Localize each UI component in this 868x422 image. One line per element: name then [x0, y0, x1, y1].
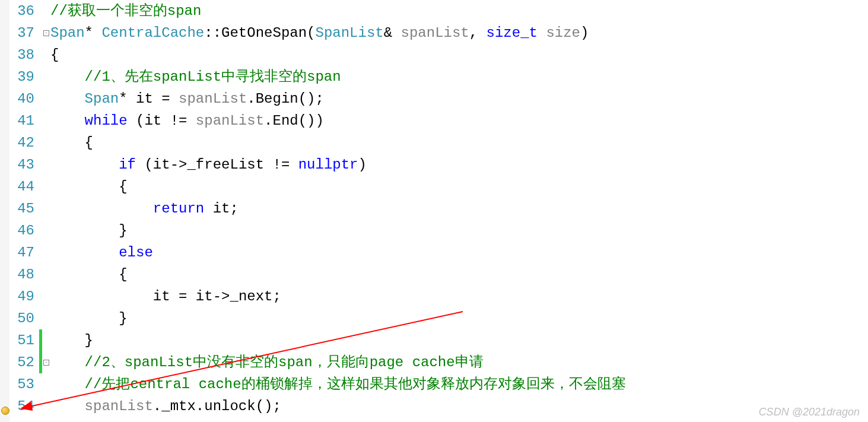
code-line[interactable]: }: [50, 329, 868, 351]
fold-column[interactable]: --: [42, 0, 50, 422]
code-area[interactable]: //获取一个非空的spanSpan* CentralCache::GetOneS…: [50, 0, 868, 422]
line-number: 44: [9, 176, 34, 198]
fold-cell: [42, 307, 50, 329]
code-line[interactable]: //1、先在spanList中寻找非空的span: [50, 66, 868, 88]
code-line[interactable]: it = it->_next;: [50, 285, 868, 307]
code-line[interactable]: {: [50, 132, 868, 154]
fold-cell[interactable]: -: [42, 351, 50, 373]
code-line[interactable]: else: [50, 242, 868, 264]
line-number: 52: [9, 351, 34, 373]
fold-cell: [42, 44, 50, 66]
fold-cell: [42, 242, 50, 264]
fold-cell[interactable]: -: [42, 22, 50, 44]
fold-cell: [42, 66, 50, 88]
line-number: 42: [9, 132, 34, 154]
line-number: 38: [9, 44, 34, 66]
code-line[interactable]: //获取一个非空的span: [50, 0, 868, 22]
fold-cell: [42, 110, 50, 132]
breakpoint-icon[interactable]: [1, 407, 9, 415]
code-line[interactable]: //先把central cache的桶锁解掉，这样如果其他对象释放内存对象回来，…: [50, 373, 868, 395]
line-number: 39: [9, 66, 34, 88]
fold-cell: [42, 264, 50, 285]
line-number: 48: [9, 264, 34, 285]
line-number: 50: [9, 307, 34, 329]
fold-cell: [42, 176, 50, 198]
code-line[interactable]: //2、spanList中没有非空的span，只能向page cache申请: [50, 351, 868, 373]
fold-cell: [42, 285, 50, 307]
code-editor[interactable]: 36373839404142434445464748495051525354 -…: [0, 0, 868, 422]
code-line[interactable]: Span* CentralCache::GetOneSpan(SpanList&…: [50, 22, 868, 44]
code-line[interactable]: Span* it = spanList.Begin();: [50, 88, 868, 110]
code-line[interactable]: {: [50, 264, 868, 285]
line-number: 45: [9, 198, 34, 220]
watermark: CSDN @2021dragon: [759, 406, 860, 418]
code-line[interactable]: return it;: [50, 198, 868, 220]
code-line[interactable]: {: [50, 176, 868, 198]
line-number-gutter: 36373839404142434445464748495051525354: [9, 0, 39, 422]
line-number: 40: [9, 88, 34, 110]
collapse-icon[interactable]: -: [43, 360, 49, 366]
line-number: 53: [9, 373, 34, 395]
line-number: 54: [9, 395, 34, 417]
code-line[interactable]: }: [50, 220, 868, 242]
fold-cell: [42, 395, 50, 417]
line-number: 37: [9, 22, 34, 44]
line-number: 49: [9, 285, 34, 307]
code-line[interactable]: while (it != spanList.End()): [50, 110, 868, 132]
collapse-icon[interactable]: -: [43, 30, 49, 36]
fold-cell: [42, 198, 50, 220]
code-line[interactable]: {: [50, 44, 868, 66]
fold-cell: [42, 88, 50, 110]
line-number: 43: [9, 154, 34, 176]
margin-column: [0, 0, 9, 422]
code-line[interactable]: spanList._mtx.unlock();: [50, 395, 868, 417]
line-number: 41: [9, 110, 34, 132]
line-number: 51: [9, 329, 34, 351]
fold-cell: [42, 329, 50, 351]
line-number: 47: [9, 242, 34, 264]
code-line[interactable]: if (it->_freeList != nullptr): [50, 154, 868, 176]
fold-cell: [42, 220, 50, 242]
fold-cell: [42, 132, 50, 154]
line-number: 46: [9, 220, 34, 242]
fold-cell: [42, 154, 50, 176]
fold-cell: [42, 0, 50, 22]
line-number: 36: [9, 0, 34, 22]
fold-cell: [42, 373, 50, 395]
code-line[interactable]: }: [50, 307, 868, 329]
